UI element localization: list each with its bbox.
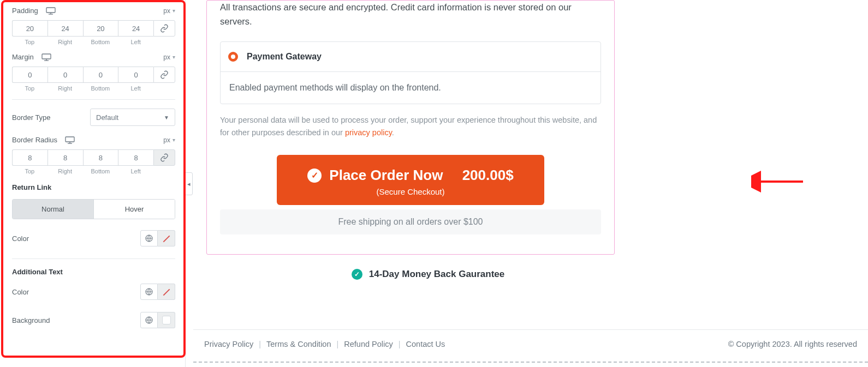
payment-gateway-title: Payment Gateway — [247, 52, 322, 62]
return-link-heading: Return Link — [12, 183, 175, 191]
return-link-color-row: Color — [12, 230, 175, 246]
border-type-label: Border Type — [12, 113, 51, 122]
footer-link[interactable]: Privacy Policy — [204, 340, 253, 348]
margin-label: Margin — [12, 53, 34, 61]
global-color-button[interactable] — [140, 284, 158, 300]
padding-right-input[interactable] — [47, 20, 83, 37]
check-circle-icon: ✓ — [352, 269, 362, 280]
panel-collapse-toggle[interactable]: ◂ — [185, 172, 193, 195]
order-label: Place Order Now — [329, 167, 443, 184]
radius-top-input[interactable] — [12, 149, 47, 166]
footer-link[interactable]: Contact Us — [406, 340, 445, 348]
payment-gateway-option[interactable]: Payment Gateway — [221, 42, 601, 72]
padding-header: Padding px▾ — [12, 7, 175, 15]
margin-inputs — [12, 67, 175, 83]
margin-bottom-input[interactable] — [83, 67, 118, 83]
copyright-text: © Copyright 2023. All rights reserved — [728, 340, 857, 348]
payment-gateway-box: Payment Gateway Enabled payment methods … — [220, 41, 601, 104]
place-order-button[interactable]: ✓ Place Order Now 200.00$ (Secure Checko… — [277, 155, 544, 205]
border-radius-label: Border Radius — [12, 136, 57, 144]
additional-background-row: Background — [12, 312, 175, 328]
desktop-icon[interactable] — [46, 7, 56, 15]
svg-rect-3 — [42, 54, 51, 59]
padding-top-input[interactable] — [12, 20, 47, 37]
border-radius-header: Border Radius px▾ — [12, 136, 175, 144]
svg-rect-0 — [46, 8, 55, 13]
tab-normal[interactable]: Normal — [13, 200, 93, 219]
padding-inputs — [12, 20, 175, 37]
page-footer: Privacy Policy | Terms & Condition | Ref… — [193, 329, 868, 348]
payment-gateway-body: Enabled payment methods will display on … — [221, 72, 601, 104]
secure-transactions-text: All transactions are secure and encrypte… — [220, 1, 601, 28]
free-shipping-bar: Free shipping on all orders over $100 — [220, 209, 601, 234]
color-none-swatch[interactable] — [158, 284, 175, 300]
color-none-swatch[interactable] — [158, 230, 175, 246]
border-radius-inputs — [12, 149, 175, 166]
global-color-button[interactable] — [140, 230, 158, 246]
radius-bottom-input[interactable] — [83, 149, 118, 166]
section-divider-dashed — [193, 362, 868, 363]
margin-top-input[interactable] — [12, 67, 47, 83]
color-white-swatch[interactable] — [158, 312, 175, 328]
selected-widget-frame: All transactions are secure and encrypte… — [206, 0, 615, 255]
padding-left-input[interactable] — [118, 20, 153, 37]
global-color-button[interactable] — [140, 312, 158, 328]
padding-unit-select[interactable]: px▾ — [163, 7, 175, 15]
check-circle-icon: ✓ — [307, 169, 322, 183]
padding-link-toggle[interactable] — [153, 20, 175, 37]
padding-label: Padding — [12, 7, 38, 15]
privacy-policy-link[interactable]: privacy policy — [345, 128, 392, 137]
border-radius-unit-select[interactable]: px▾ — [163, 136, 175, 144]
return-link-tabs: Normal Hover — [12, 199, 175, 219]
additional-color-row: Color — [12, 284, 175, 300]
svg-rect-6 — [66, 137, 74, 142]
margin-right-input[interactable] — [47, 67, 83, 83]
money-back-guarantee: ✓ 14-Day Money Back Gaurantee — [224, 269, 632, 280]
style-panel: Padding px▾ Top Right Bottom Left Margin… — [0, 0, 186, 367]
desktop-icon[interactable] — [41, 53, 51, 61]
return-color-label: Color — [12, 234, 29, 243]
radius-left-input[interactable] — [118, 149, 153, 166]
radius-link-toggle[interactable] — [153, 149, 175, 166]
order-subtext: (Secure Checkout) — [290, 187, 531, 196]
desktop-icon[interactable] — [65, 136, 75, 144]
border-type-select[interactable]: Default▼ — [90, 109, 175, 126]
margin-header: Margin px▾ — [12, 53, 175, 61]
preview-canvas: ◂ All transactions are secure and encryp… — [186, 0, 868, 367]
tab-hover[interactable]: Hover — [93, 200, 175, 219]
privacy-text: Your personal data will be used to proce… — [220, 114, 601, 139]
margin-left-input[interactable] — [118, 67, 153, 83]
footer-link[interactable]: Refund Policy — [344, 340, 393, 348]
radius-right-input[interactable] — [47, 149, 83, 166]
footer-link[interactable]: Terms & Condition — [266, 340, 331, 348]
order-price: 200.00$ — [462, 167, 514, 184]
margin-link-toggle[interactable] — [153, 67, 175, 83]
radio-selected-icon — [228, 52, 238, 62]
border-type-row: Border Type Default▼ — [12, 109, 175, 126]
additional-text-heading: Additional Text — [12, 268, 175, 276]
padding-bottom-input[interactable] — [83, 20, 118, 37]
margin-unit-select[interactable]: px▾ — [163, 53, 175, 61]
